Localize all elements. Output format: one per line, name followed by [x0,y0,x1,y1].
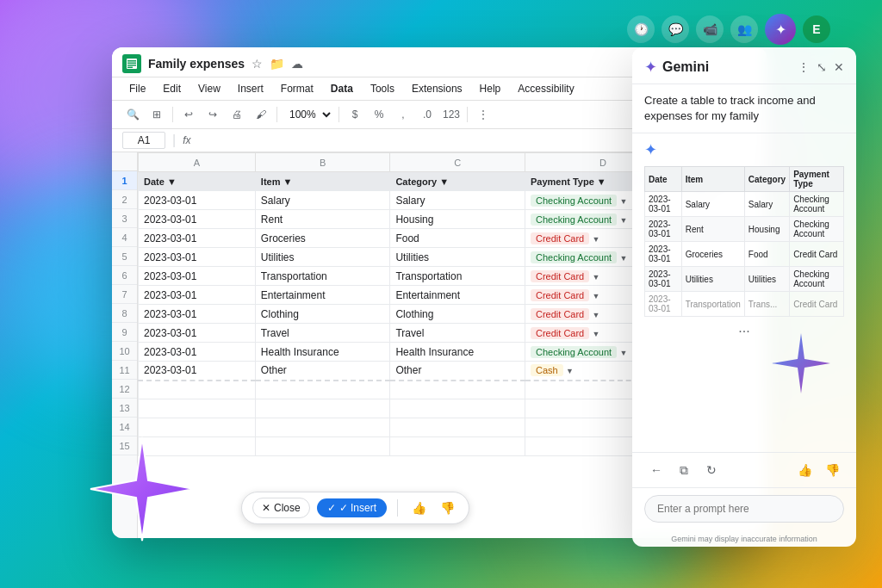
row-num-10[interactable]: 10 [112,342,137,361]
gemini-close-icon[interactable]: ✕ [834,60,844,74]
cell-c13[interactable] [390,399,525,418]
cell-a5[interactable]: 2023-03-01 [139,248,256,267]
gemini-prompt-input[interactable] [644,495,844,523]
cell-a9[interactable]: 2023-03-01 [139,324,256,343]
cell-b14[interactable] [255,418,390,437]
close-button[interactable]: ✕ Close [252,498,310,518]
row-num-9[interactable]: 9 [112,323,137,342]
cell-b1[interactable]: Item ▼ [255,172,390,191]
gemini-header-button[interactable]: ✦ [765,14,796,45]
cell-b12[interactable] [255,381,390,399]
cell-b9[interactable]: Travel [255,324,390,343]
menu-tools[interactable]: Tools [363,79,401,98]
gemini-more-icon[interactable]: ⋮ [798,60,810,74]
format-btn[interactable]: 123 [441,104,462,125]
currency-btn[interactable]: $ [345,104,365,125]
cell-b5[interactable]: Utilities [255,248,390,267]
row-num-12[interactable]: 12 [112,380,137,399]
cell-a3[interactable]: 2023-03-01 [139,210,256,229]
folder-icon[interactable]: 📁 [270,57,284,71]
comments-button[interactable]: 💬 [662,15,689,43]
cell-a12[interactable] [139,381,256,399]
cell-a2[interactable]: 2023-03-01 [139,191,256,210]
menu-view[interactable]: View [191,79,227,98]
undo-btn[interactable]: ↩ [178,104,199,125]
cell-b2[interactable]: Salary [255,191,390,210]
zoom-select[interactable]: 100% [283,106,333,123]
menu-insert[interactable]: Insert [231,79,270,98]
cell-b10[interactable]: Health Insurance [255,343,390,362]
row-num-11[interactable]: 11 [112,361,137,380]
cell-b15[interactable] [255,437,390,456]
cell-c7[interactable]: Entertainment [390,286,525,305]
thumbup-action-btn[interactable]: 👍 [792,458,817,482]
cell-b13[interactable] [255,399,390,418]
cell-a8[interactable]: 2023-03-01 [139,305,256,324]
refresh-action-btn[interactable]: ↻ [699,458,724,482]
cell-b6[interactable]: Transportation [255,267,390,286]
cell-a6[interactable]: 2023-03-01 [139,267,256,286]
comma-btn[interactable]: , [393,104,413,125]
decimal-btn[interactable]: .0 [417,104,438,125]
row-num-13[interactable]: 13 [112,399,137,418]
row-num-1[interactable]: 1 [112,171,137,190]
user-avatar[interactable]: E [803,15,830,43]
cell-c10[interactable]: Health Insurance [390,343,525,362]
cell-c12[interactable] [390,381,525,399]
cell-c5[interactable]: Utilities [390,248,525,267]
cell-c8[interactable]: Clothing [390,305,525,324]
cell-b4[interactable]: Groceries [255,229,390,248]
cell-c3[interactable]: Housing [390,210,525,229]
cell-c15[interactable] [390,437,525,456]
menu-file[interactable]: File [122,79,152,98]
cell-c14[interactable] [390,418,525,437]
thumbdown-button[interactable]: 👎 [437,499,458,517]
col-header-c[interactable]: C [390,153,525,172]
menu-format[interactable]: Format [274,79,320,98]
cell-a7[interactable]: 2023-03-01 [139,286,256,305]
star-icon[interactable]: ☆ [252,57,263,71]
cell-a13[interactable] [139,399,256,418]
row-num-3[interactable]: 3 [112,209,137,228]
menu-help[interactable]: Help [473,79,508,98]
document-title[interactable]: Family expenses [148,57,245,71]
cell-c11[interactable]: Other [390,362,525,381]
history-button[interactable]: 🕐 [627,15,655,43]
row-num-6[interactable]: 6 [112,266,137,285]
row-num-5[interactable]: 5 [112,247,137,266]
gemini-expand-icon[interactable]: ⤡ [817,60,827,74]
insert-button[interactable]: ✓ ✓ Insert [317,498,387,517]
menu-edit[interactable]: Edit [156,79,188,98]
menu-extensions[interactable]: Extensions [405,79,469,98]
back-action-btn[interactable]: ← [644,458,668,482]
cell-c1[interactable]: Category ▼ [390,172,525,191]
row-num-4[interactable]: 4 [112,228,137,247]
cell-b11[interactable]: Other [255,362,390,381]
paint-format-btn[interactable]: 🖌 [251,104,271,125]
cell-b7[interactable]: Entertainment [255,286,390,305]
cell-a11[interactable]: 2023-03-01 [139,362,256,381]
cell-b3[interactable]: Rent [255,210,390,229]
cell-c6[interactable]: Transportation [390,267,525,286]
col-header-b[interactable]: B [255,153,390,172]
more-toolbar[interactable]: ⋮ [473,104,494,125]
cell-a4[interactable]: 2023-03-01 [139,229,256,248]
thumbdown-action-btn[interactable]: 👎 [820,458,844,482]
percent-btn[interactable]: % [369,104,389,125]
menu-data[interactable]: Data [324,79,360,98]
cell-c2[interactable]: Salary [390,191,525,210]
menu-accessibility[interactable]: Accessibility [511,79,581,98]
redo-btn[interactable]: ↪ [202,104,223,125]
cell-a1[interactable]: Date ▼ [139,172,256,191]
cell-c4[interactable]: Food [390,229,525,248]
row-num-7[interactable]: 7 [112,285,137,304]
cell-b8[interactable]: Clothing [255,305,390,324]
cloud-icon[interactable]: ☁ [291,57,303,71]
copy-action-btn[interactable]: ⧉ [672,458,696,482]
cell-a10[interactable]: 2023-03-01 [139,343,256,362]
search-toolbar-btn[interactable]: 🔍 [122,104,143,125]
share-button[interactable]: 👥 [730,15,758,43]
row-num-2[interactable]: 2 [112,190,137,209]
col-header-a[interactable]: A [139,153,256,172]
print-area-btn[interactable]: ⊞ [146,104,167,125]
